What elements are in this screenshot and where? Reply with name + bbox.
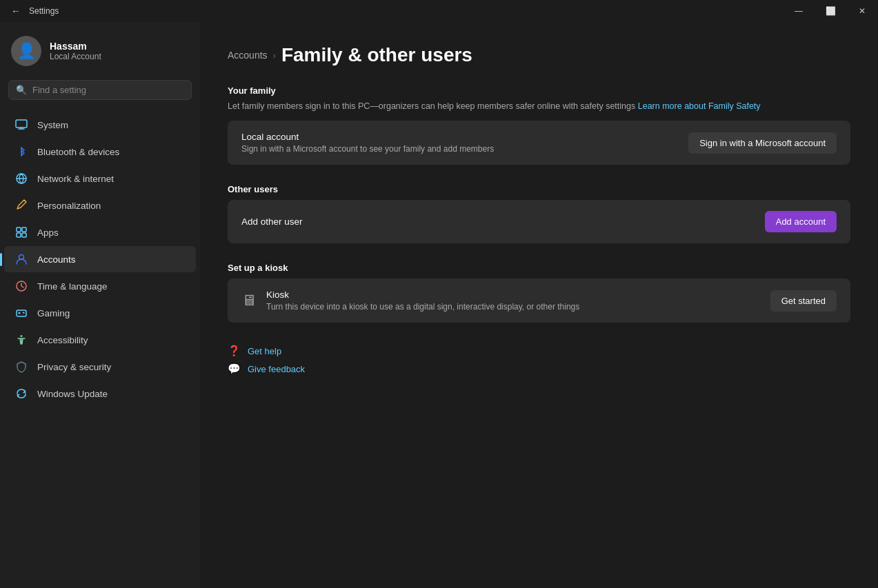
get-help-icon: ❓: [228, 345, 241, 357]
apps-icon: [15, 226, 28, 239]
svg-rect-3: [17, 233, 21, 237]
svg-rect-1: [17, 227, 21, 232]
sidebar-item-label: Privacy & security: [37, 362, 111, 372]
sidebar-item-label: Apps: [37, 227, 59, 238]
breadcrumb: Accounts › Family & other users: [228, 44, 850, 66]
your-family-title: Your family: [228, 85, 850, 96]
titlebar: ← Settings — ⬜ ✕: [0, 0, 878, 22]
sidebar-item-personalization[interactable]: Personalization: [4, 192, 196, 219]
sidebar-item-label: Time & language: [37, 281, 108, 292]
local-account-title: Local account: [241, 132, 494, 142]
svg-rect-4: [22, 233, 26, 237]
time-icon: [15, 280, 28, 292]
sidebar-item-accessibility[interactable]: Accessibility: [4, 327, 196, 353]
personalization-icon: [15, 199, 28, 212]
other-users-title: Other users: [228, 184, 850, 194]
kiosk-subtitle: Turn this device into a kiosk to use as …: [266, 302, 579, 312]
network-icon: [15, 172, 28, 185]
search-input[interactable]: [32, 85, 184, 95]
give-feedback-label: Give feedback: [248, 364, 305, 374]
add-other-user-card: Add other user Add account: [228, 200, 850, 243]
maximize-button[interactable]: ⬜: [815, 0, 846, 22]
kiosk-title: Kiosk: [266, 290, 579, 300]
accessibility-icon: [15, 334, 28, 346]
window-controls: — ⬜ ✕: [783, 0, 878, 22]
user-section: 👤 Hassam Local Account: [0, 22, 200, 77]
minimize-button[interactable]: —: [783, 0, 815, 22]
sidebar-item-label: Personalization: [37, 201, 101, 211]
gaming-icon: [15, 307, 28, 319]
sign-in-microsoft-button[interactable]: Sign in with a Microsoft account: [688, 132, 837, 154]
sidebar-item-label: Accounts: [37, 254, 76, 265]
sidebar-item-time[interactable]: Time & language: [4, 273, 196, 299]
kiosk-section-title: Set up a kiosk: [228, 263, 850, 273]
breadcrumb-parent[interactable]: Accounts: [228, 50, 268, 61]
sidebar-item-label: Gaming: [37, 308, 70, 318]
sidebar-item-privacy[interactable]: Privacy & security: [4, 354, 196, 380]
give-feedback-icon: 💬: [228, 363, 241, 375]
app-container: 👤 Hassam Local Account 🔍 System Bluetoot…: [0, 22, 878, 588]
svg-rect-2: [22, 227, 26, 232]
sidebar-item-label: Windows Update: [37, 389, 108, 399]
kiosk-card: 🖥 Kiosk Turn this device into a kiosk to…: [228, 278, 850, 323]
get-help-link[interactable]: ❓ Get help: [228, 342, 850, 360]
family-safety-link[interactable]: Learn more about Family Safety: [638, 101, 761, 111]
accounts-icon: [15, 253, 28, 265]
nav-list: System Bluetooth & devices Network & int…: [0, 108, 200, 410]
avatar: 👤: [11, 36, 41, 66]
user-info: Hassam Local Account: [50, 41, 101, 61]
update-icon: [15, 387, 28, 400]
privacy-icon: [15, 361, 28, 373]
sidebar-item-label: Bluetooth & devices: [37, 147, 119, 157]
sidebar-item-apps[interactable]: Apps: [4, 219, 196, 245]
local-account-card: Local account Sign in with a Microsoft a…: [228, 121, 850, 165]
svg-rect-0: [16, 120, 27, 128]
user-subtitle: Local Account: [50, 52, 101, 61]
get-started-button[interactable]: Get started: [770, 290, 837, 312]
add-other-user-label: Add other user: [241, 216, 303, 227]
sidebar-item-accounts[interactable]: Accounts: [4, 246, 196, 272]
search-box: 🔍: [8, 80, 192, 100]
sidebar-item-gaming[interactable]: Gaming: [4, 300, 196, 326]
kiosk-icon: 🖥: [241, 292, 257, 310]
search-icon: 🔍: [16, 85, 27, 95]
svg-rect-7: [17, 310, 26, 316]
user-name: Hassam: [50, 41, 101, 52]
back-button[interactable]: ←: [8, 3, 23, 19]
sidebar-item-label: System: [37, 120, 68, 130]
sidebar-item-bluetooth[interactable]: Bluetooth & devices: [4, 139, 196, 165]
your-family-desc: Let family members sign in to this PC—or…: [228, 101, 850, 111]
svg-point-8: [21, 335, 23, 337]
bluetooth-icon: [15, 145, 28, 158]
breadcrumb-current: Family & other users: [281, 44, 472, 66]
local-account-subtitle: Sign in with a Microsoft account to see …: [241, 144, 494, 154]
app-title: Settings: [29, 6, 59, 16]
close-button[interactable]: ✕: [846, 0, 878, 22]
sidebar-item-network[interactable]: Network & internet: [4, 165, 196, 192]
sidebar-item-label: Network & internet: [37, 174, 114, 184]
help-section: ❓ Get help 💬 Give feedback: [228, 342, 850, 378]
add-account-button[interactable]: Add account: [765, 211, 837, 232]
system-icon: [15, 119, 28, 131]
sidebar: 👤 Hassam Local Account 🔍 System Bluetoot…: [0, 22, 200, 588]
give-feedback-link[interactable]: 💬 Give feedback: [228, 360, 850, 378]
breadcrumb-separator: ›: [273, 50, 276, 61]
get-help-label: Get help: [248, 346, 281, 356]
sidebar-item-label: Accessibility: [37, 335, 88, 345]
sidebar-item-system[interactable]: System: [4, 112, 196, 138]
main-content: Accounts › Family & other users Your fam…: [200, 22, 878, 588]
sidebar-item-update[interactable]: Windows Update: [4, 381, 196, 407]
